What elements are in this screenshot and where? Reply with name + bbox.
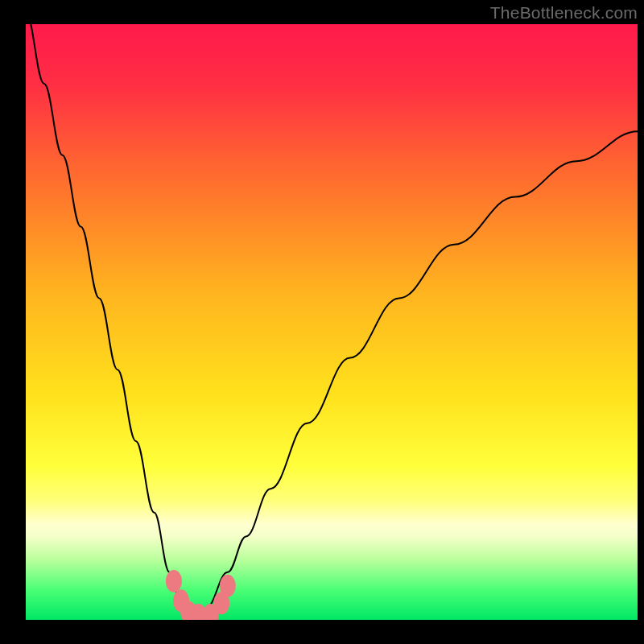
curve-marker bbox=[166, 570, 182, 592]
plot-area bbox=[26, 24, 638, 620]
outer-frame: TheBottleneck.com bbox=[0, 0, 644, 644]
chart-svg bbox=[26, 24, 638, 620]
watermark-text: TheBottleneck.com bbox=[490, 3, 638, 23]
curve-marker bbox=[220, 575, 236, 597]
bottleneck-curve bbox=[26, 24, 638, 616]
